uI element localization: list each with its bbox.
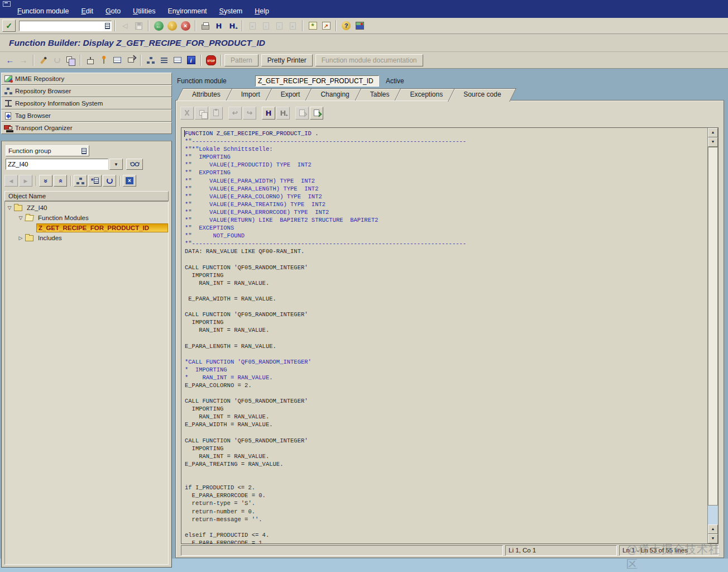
code-line[interactable]: E_PARA_WIDTH = RAN_VALUE.: [185, 421, 707, 428]
create-shortcut-icon[interactable]: ↗: [319, 20, 333, 32]
expand-all-icon[interactable]: »: [39, 175, 52, 187]
close-browser-icon[interactable]: ×: [123, 175, 136, 187]
help-icon[interactable]: ?: [339, 20, 353, 32]
menu-item[interactable]: Environment: [161, 6, 213, 16]
tab[interactable]: Exceptions: [400, 88, 452, 101]
code-line[interactable]: CALL FUNCTION 'QF05_RANDOM_INTEGER': [185, 397, 707, 405]
detail-view-icon[interactable]: [171, 54, 184, 66]
cancel-icon[interactable]: ×: [179, 20, 192, 32]
app-toolbar-button[interactable]: Function module documentation: [315, 54, 423, 66]
tree-expander-icon[interactable]: [5, 205, 14, 211]
code-line[interactable]: *" VALUE(E_PARA_WIDTH) TYPE INT2: [185, 177, 707, 185]
code-line[interactable]: RAN_INT = RAN_VALUE.: [185, 279, 707, 287]
code-line[interactable]: IMPORTING: [185, 318, 707, 326]
code-line[interactable]: RAN_INT = RAN_VALUE.: [185, 413, 707, 421]
display-change-icon[interactable]: [37, 54, 50, 66]
menu-item[interactable]: Goto: [99, 6, 127, 16]
code-line[interactable]: [185, 476, 707, 484]
copy-object-icon[interactable]: [64, 54, 77, 66]
code-line[interactable]: *" VALUE(RETURN) LIKE BAPIRET2 STRUCTURE…: [185, 216, 707, 224]
code-line[interactable]: *" NOT_FOUND: [185, 232, 707, 240]
menu-item[interactable]: Help: [248, 6, 275, 16]
sidebar-nav-button[interactable]: Repository Browser: [1, 85, 172, 97]
code-line[interactable]: E_PARA_WIDTH = RAN_VALUE.: [185, 295, 707, 303]
scroll-down-icon[interactable]: ▼: [708, 534, 718, 544]
code-line[interactable]: *" EXPORTING: [185, 169, 707, 177]
code-line[interactable]: if I_PRODUCTID <= 2.: [185, 484, 707, 492]
code-line[interactable]: DATA: RAN_VALUE LIKE QF00-RAN_INT.: [185, 247, 707, 255]
tab[interactable]: Attributes: [183, 88, 230, 101]
code-line[interactable]: IMPORTING: [185, 405, 707, 413]
dropdown-button[interactable]: ▼: [109, 159, 123, 170]
vertical-scrollbar[interactable]: ▲ ▼ ▲ ▼: [707, 128, 718, 544]
new-session-icon[interactable]: *: [306, 20, 319, 32]
tab[interactable]: Tables: [361, 88, 399, 101]
navigate-back-icon[interactable]: ←: [3, 54, 17, 66]
scroll-up-icon[interactable]: ▲: [708, 525, 718, 534]
code-line[interactable]: *" EXCEPTIONS: [185, 224, 707, 232]
app-toolbar-button[interactable]: Pattern: [224, 54, 258, 66]
code-line[interactable]: E_PARA_ERRORCODE = 1.: [185, 539, 707, 544]
function-group-input[interactable]: [6, 159, 108, 170]
sidebar-nav-button[interactable]: Transport Organizer: [1, 122, 172, 134]
function-module-input[interactable]: [255, 75, 379, 87]
code-text-area[interactable]: FUNCTION Z_GET_RECIPE_FOR_PRODUCT_ID .*"…: [181, 128, 707, 544]
object-list-icon[interactable]: [144, 54, 157, 66]
find-icon[interactable]: H: [212, 20, 226, 32]
where-used-icon[interactable]: [84, 54, 97, 66]
code-line[interactable]: E_PARA_ERRORCODE = 0.: [185, 492, 707, 499]
sidebar-nav-button[interactable]: Repository Information System: [1, 97, 172, 109]
sort-icon[interactable]: [157, 54, 171, 66]
exit-icon[interactable]: ↑: [165, 20, 179, 32]
menu-item[interactable]: Utilities: [127, 6, 161, 16]
tab[interactable]: Import: [232, 88, 270, 101]
code-line[interactable]: return-type = 'S'.: [185, 499, 707, 507]
code-line[interactable]: *"--------------------------------------…: [185, 240, 707, 247]
app-toolbar-button[interactable]: Pretty Printer: [261, 54, 313, 66]
code-line[interactable]: *" VALUE(E_PARA_LENGTH) TYPE INT2: [185, 185, 707, 193]
code-line[interactable]: IMPORTING: [185, 445, 707, 452]
code-line[interactable]: *" IMPORTING: [185, 153, 707, 161]
tree-item[interactable]: Z_GET_RECIPE_FOR_PRODUCT_ID: [27, 223, 168, 233]
sidebar-nav-button[interactable]: Tag Browser: [1, 109, 172, 122]
scroll-up-icon[interactable]: ▲: [708, 128, 718, 137]
code-line[interactable]: CALL FUNCTION 'QF05_RANDOM_INTEGER': [185, 437, 707, 445]
code-line[interactable]: [185, 334, 707, 342]
tab[interactable]: Source code: [454, 88, 510, 101]
code-line[interactable]: E_PARA_LENGTH = RAN_VALUE.: [185, 342, 707, 350]
code-line[interactable]: *"--------------------------------------…: [185, 137, 707, 145]
tab[interactable]: Export: [271, 88, 310, 101]
editor-find-icon[interactable]: H: [262, 107, 275, 120]
command-history-icon[interactable]: [105, 23, 110, 29]
menu-item[interactable]: Edit: [75, 6, 99, 16]
code-line[interactable]: IMPORTING: [185, 271, 707, 279]
display-object-icon[interactable]: *: [88, 175, 102, 187]
insert-source-icon[interactable]: [310, 107, 323, 120]
command-field[interactable]: [19, 21, 112, 31]
scrollbar-track[interactable]: [708, 147, 718, 525]
stop-icon[interactable]: STOP: [204, 54, 218, 66]
code-line[interactable]: [185, 523, 707, 531]
code-line[interactable]: return-message = ''.: [185, 516, 707, 523]
code-line[interactable]: *" VALUE(E_PARA_COLORNO) TYPE INT2: [185, 193, 707, 201]
object-list-icon[interactable]: [74, 175, 87, 187]
customize-layout-icon[interactable]: [353, 20, 366, 32]
command-input[interactable]: [21, 22, 105, 29]
code-line[interactable]: *" VALUE(E_PARA_TREATING) TYPE INT2: [185, 201, 707, 208]
code-line[interactable]: return-number = 0.: [185, 508, 707, 516]
tree-item[interactable]: Function Modules: [16, 213, 168, 223]
code-line[interactable]: E_PARA_COLORNO = 2.: [185, 382, 707, 389]
menu-item[interactable]: Function module: [11, 6, 75, 16]
menu-item[interactable]: System: [213, 6, 249, 16]
back-icon[interactable]: ←: [152, 20, 165, 32]
code-line[interactable]: CALL FUNCTION 'QF05_RANDOM_INTEGER': [185, 311, 707, 318]
code-line[interactable]: elseif I_PRODUCTID <= 4.: [185, 531, 707, 539]
scrollbar-thumb[interactable]: [708, 147, 718, 506]
navigation-icon[interactable]: [124, 54, 137, 66]
code-line[interactable]: *" VALUE(E_PARA_ERRORCODE) TYPE INT2: [185, 208, 707, 216]
browser-category-select[interactable]: Function group: [6, 145, 89, 156]
code-line[interactable]: *" VALUE(I_PRODUCTID) TYPE INT2: [185, 161, 707, 169]
code-line[interactable]: [185, 429, 707, 437]
code-line[interactable]: * RAN_INT = RAN_VALUE.: [185, 374, 707, 382]
code-line[interactable]: [185, 256, 707, 264]
